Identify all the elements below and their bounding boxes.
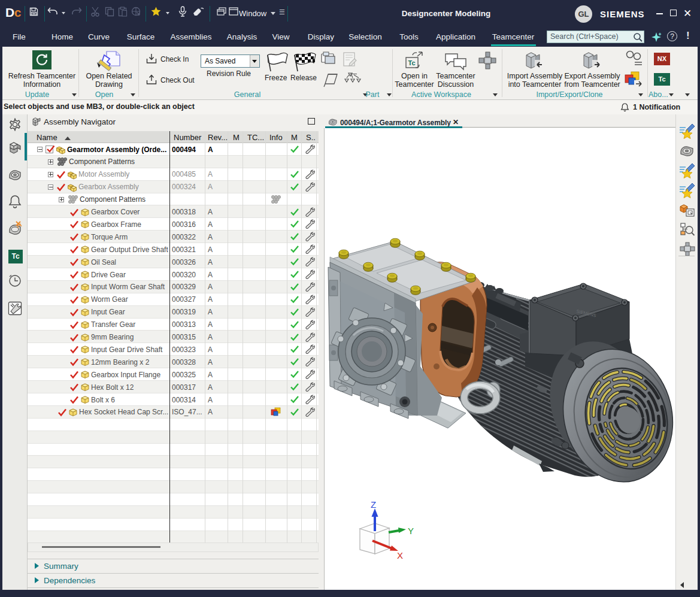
svg-text:Z: Z — [371, 499, 376, 510]
svg-text:Tc: Tc — [408, 59, 416, 66]
svg-text:Y: Y — [408, 526, 414, 536]
svg-text:X: X — [397, 550, 403, 560]
